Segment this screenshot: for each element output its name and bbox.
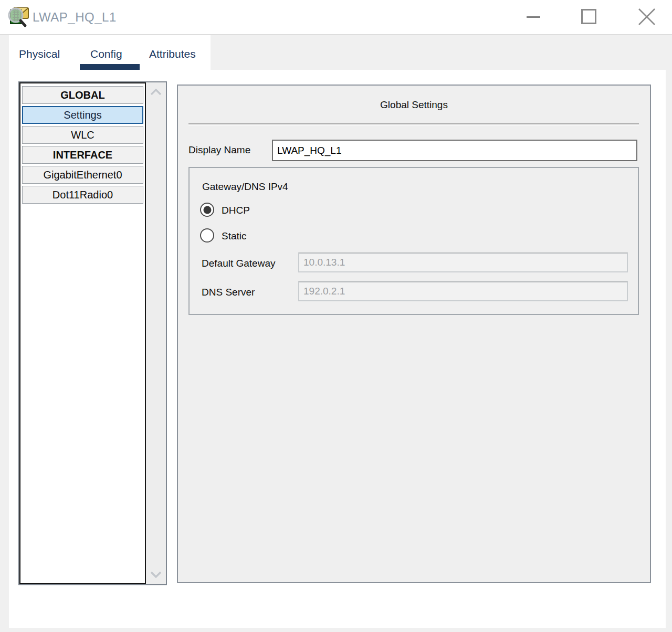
packet-tracer-device-window: { "window": { "title": "LWAP_HQ_L1", "ic… [0,0,672,632]
sidebar-item-gigabitethernet0[interactable]: GigabitEthernet0 [22,166,143,184]
gateway-dns-groupbox: Gateway/DNS IPv4 DHCP Static Default Gat… [188,167,639,315]
static-radio[interactable] [200,228,214,243]
sidebar-item-global[interactable]: GLOBAL [22,86,143,104]
chevron-up-icon[interactable] [150,89,162,96]
sidebar-scrollbar[interactable] [146,82,166,584]
dns-server-input [298,281,628,301]
sidebar-item-dot11radio0[interactable]: Dot11Radio0 [22,186,143,204]
config-sidebar: GLOBAL Settings WLC INTERFACE GigabitEth… [18,81,167,585]
title-separator [188,123,639,125]
dhcp-radio[interactable] [200,203,214,217]
display-name-input[interactable] [272,140,637,161]
minimize-button[interactable] [521,0,545,34]
panel-title: Global Settings [178,99,650,111]
sidebar-item-interface[interactable]: INTERFACE [22,146,143,164]
maximize-icon [581,9,596,24]
titlebar: LWAP_HQ_L1 [0,0,672,35]
maximize-button[interactable] [574,0,604,34]
tab-physical[interactable]: Physical [19,48,60,60]
gateway-dns-group-label: Gateway/DNS IPv4 [202,181,288,193]
active-tab-indicator [80,64,140,70]
chevron-down-icon[interactable] [150,571,162,578]
tab-attributes[interactable]: Attributes [149,48,196,60]
packet-tracer-device-icon [6,5,30,29]
close-icon [631,0,663,34]
display-name-label: Display Name [188,144,250,156]
sidebar-item-settings[interactable]: Settings [22,106,143,124]
static-radio-label: Static [222,230,247,242]
window-title: LWAP_HQ_L1 [33,0,117,35]
minimize-icon [527,16,540,18]
default-gateway-label: Default Gateway [202,258,275,269]
close-button[interactable] [631,0,663,34]
sidebar-list: GLOBAL Settings WLC INTERFACE GigabitEth… [19,82,146,584]
default-gateway-input [298,252,628,272]
tab-config[interactable]: Config [90,48,122,60]
dns-server-label: DNS Server [202,287,255,298]
global-settings-panel: Global Settings Display Name Gateway/DNS… [177,85,651,583]
sidebar-item-wlc[interactable]: WLC [22,126,143,144]
dhcp-radio-label: DHCP [222,205,250,216]
